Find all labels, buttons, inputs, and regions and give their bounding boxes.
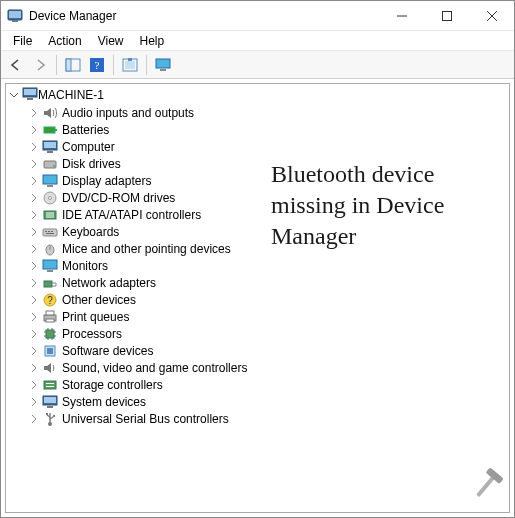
svg-rect-8	[66, 59, 71, 71]
tree-frame: MACHINE-1 Audio inputs and outputsBatter…	[5, 83, 510, 513]
svg-rect-59	[47, 348, 53, 354]
device-category-label: System devices	[62, 396, 146, 408]
expand-icon[interactable]	[26, 241, 42, 257]
svg-rect-43	[44, 281, 52, 287]
device-category-label: Disk drives	[62, 158, 121, 170]
svg-rect-20	[55, 129, 57, 131]
device-category-label: IDE ATA/ATAPI controllers	[62, 209, 201, 221]
svg-rect-68	[46, 413, 48, 415]
tree-node[interactable]: Print queues	[6, 308, 509, 325]
svg-text:?: ?	[95, 59, 100, 71]
svg-rect-23	[47, 151, 53, 153]
device-category-icon	[42, 156, 58, 172]
device-category-icon	[42, 190, 58, 206]
svg-rect-47	[46, 311, 54, 315]
device-category-label: Display adapters	[62, 175, 151, 187]
tree-node[interactable]: Disk drives	[6, 155, 509, 172]
device-category-icon	[42, 360, 58, 376]
svg-rect-38	[46, 233, 54, 234]
expand-icon[interactable]	[26, 207, 42, 223]
expand-icon[interactable]	[26, 258, 42, 274]
expand-icon[interactable]	[26, 139, 42, 155]
menu-file[interactable]: File	[5, 33, 40, 49]
tree-node[interactable]: Storage controllers	[6, 376, 509, 393]
menu-action[interactable]: Action	[40, 33, 89, 49]
expand-icon[interactable]	[26, 411, 42, 427]
expand-icon[interactable]	[26, 122, 42, 138]
tree-node[interactable]: Processors	[6, 325, 509, 342]
svg-rect-64	[44, 397, 56, 403]
expand-icon[interactable]	[26, 156, 42, 172]
svg-rect-71	[486, 467, 504, 484]
device-category-icon	[42, 122, 58, 138]
expand-icon[interactable]	[26, 105, 42, 121]
tree-node[interactable]: Keyboards	[6, 223, 509, 240]
device-category-icon	[42, 258, 58, 274]
expand-icon[interactable]	[26, 190, 42, 206]
close-button[interactable]	[469, 1, 514, 30]
tree-node[interactable]: Universal Serial Bus controllers	[6, 410, 509, 427]
svg-rect-34	[43, 229, 57, 236]
tree-root[interactable]: MACHINE-1	[6, 86, 509, 104]
expand-icon[interactable]	[26, 275, 42, 291]
hammer-watermark-icon	[465, 465, 507, 510]
svg-rect-18	[27, 98, 33, 100]
expand-icon[interactable]	[26, 377, 42, 393]
tree-node[interactable]: Mice and other pointing devices	[6, 240, 509, 257]
svg-rect-35	[45, 231, 47, 232]
tree-node[interactable]: Batteries	[6, 121, 509, 138]
tree-node[interactable]: DVD/CD-ROM drives	[6, 189, 509, 206]
expand-icon[interactable]	[26, 292, 42, 308]
tree-node[interactable]: Audio inputs and outputs	[6, 104, 509, 121]
collapse-icon[interactable]	[6, 87, 22, 103]
tree-node[interactable]: Monitors	[6, 257, 509, 274]
tree-node[interactable]: Software devices	[6, 342, 509, 359]
scan-hardware-button[interactable]	[119, 54, 141, 76]
forward-button[interactable]	[29, 54, 51, 76]
tree-node[interactable]: Display adapters	[6, 172, 509, 189]
menu-help[interactable]: Help	[132, 33, 173, 49]
expand-icon[interactable]	[26, 309, 42, 325]
maximize-button[interactable]	[424, 1, 469, 30]
show-hide-console-tree-button[interactable]	[62, 54, 84, 76]
svg-rect-13	[128, 58, 132, 61]
svg-rect-1	[9, 11, 21, 18]
expand-icon[interactable]	[26, 343, 42, 359]
computer-icon	[22, 86, 38, 104]
tree-node[interactable]: Computer	[6, 138, 509, 155]
device-category-label: Keyboards	[62, 226, 119, 238]
monitor-icon-button[interactable]	[152, 54, 174, 76]
device-category-icon	[42, 275, 58, 291]
svg-rect-70	[476, 473, 497, 497]
device-category-label: Network adapters	[62, 277, 156, 289]
menu-view[interactable]: View	[90, 33, 132, 49]
svg-text:?: ?	[47, 295, 53, 306]
help-button[interactable]: ?	[86, 54, 108, 76]
device-category-label: Mice and other pointing devices	[62, 243, 231, 255]
toolbar-separator	[113, 55, 114, 75]
back-button[interactable]	[5, 54, 27, 76]
root-label: MACHINE-1	[38, 89, 104, 101]
expand-icon[interactable]	[26, 224, 42, 240]
tree-node[interactable]: Sound, video and game controllers	[6, 359, 509, 376]
device-category-icon	[42, 377, 58, 393]
device-category-label: Computer	[62, 141, 115, 153]
device-category-icon	[42, 309, 58, 325]
expand-icon[interactable]	[26, 394, 42, 410]
svg-rect-12	[125, 61, 135, 69]
device-tree[interactable]: MACHINE-1 Audio inputs and outputsBatter…	[6, 84, 509, 429]
tree-node[interactable]: Network adapters	[6, 274, 509, 291]
svg-rect-15	[160, 69, 166, 71]
tree-node[interactable]: IDE ATA/ATAPI controllers	[6, 206, 509, 223]
device-category-label: Software devices	[62, 345, 153, 357]
tree-node[interactable]: ?Other devices	[6, 291, 509, 308]
svg-rect-65	[47, 406, 53, 408]
expand-icon[interactable]	[26, 326, 42, 342]
minimize-button[interactable]	[379, 1, 424, 30]
svg-rect-62	[46, 386, 54, 387]
expand-icon[interactable]	[26, 173, 42, 189]
expand-icon[interactable]	[26, 360, 42, 376]
device-category-icon	[42, 139, 58, 155]
device-category-icon	[42, 173, 58, 189]
tree-node[interactable]: System devices	[6, 393, 509, 410]
